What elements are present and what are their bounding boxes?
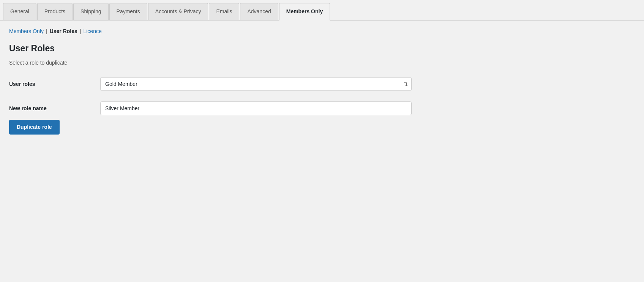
- breadcrumb-user-roles: User Roles: [50, 28, 77, 34]
- duplicate-role-button[interactable]: Duplicate role: [9, 120, 60, 135]
- tab-members-only[interactable]: Members Only: [279, 3, 330, 21]
- user-roles-field: Gold Member Silver Member Bronze Member …: [100, 77, 412, 91]
- tab-emails[interactable]: Emails: [209, 3, 239, 20]
- breadcrumb-separator-2: |: [80, 28, 81, 34]
- breadcrumb-members-only[interactable]: Members Only: [9, 28, 44, 34]
- tab-payments[interactable]: Payments: [109, 3, 147, 20]
- user-roles-select-wrapper: Gold Member Silver Member Bronze Member …: [100, 77, 412, 91]
- tab-general[interactable]: General: [3, 3, 36, 20]
- new-role-name-row: New role name: [9, 101, 635, 115]
- new-role-name-field: [100, 101, 412, 115]
- user-roles-select[interactable]: Gold Member Silver Member Bronze Member …: [100, 77, 412, 91]
- user-roles-row: User roles Gold Member Silver Member Bro…: [9, 77, 635, 91]
- tab-navigation: General Products Shipping Payments Accou…: [0, 0, 644, 21]
- content-area: Members Only | User Roles | Licence User…: [0, 21, 644, 150]
- new-role-name-label: New role name: [9, 105, 93, 111]
- tab-products[interactable]: Products: [37, 3, 73, 20]
- user-roles-label: User roles: [9, 81, 93, 87]
- tab-shipping[interactable]: Shipping: [73, 3, 109, 20]
- breadcrumb-separator-1: |: [46, 28, 47, 34]
- breadcrumb: Members Only | User Roles | Licence: [9, 28, 635, 34]
- page-title: User Roles: [9, 43, 635, 54]
- tab-accounts-privacy[interactable]: Accounts & Privacy: [148, 3, 208, 20]
- user-roles-form: User roles Gold Member Silver Member Bro…: [9, 77, 635, 115]
- breadcrumb-licence[interactable]: Licence: [83, 28, 101, 34]
- page-description: Select a role to duplicate: [9, 60, 635, 66]
- new-role-name-input[interactable]: [100, 101, 412, 115]
- tab-advanced[interactable]: Advanced: [240, 3, 278, 20]
